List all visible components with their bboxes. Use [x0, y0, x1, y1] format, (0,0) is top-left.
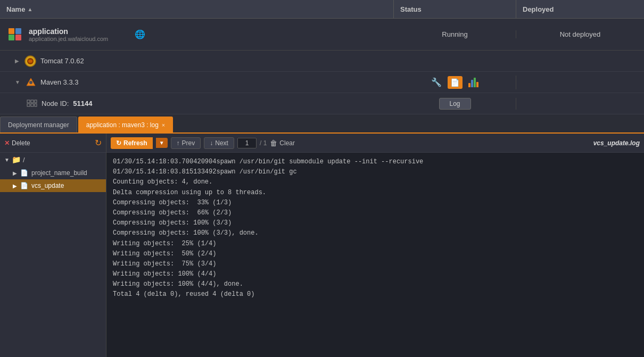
icon-sq-2 [15, 28, 21, 34]
tree-item-vcs[interactable]: ▶ 📄 vcs_update [0, 179, 106, 192]
log-line: 01/30/15.14:18:03.700420904spawn /usr/bi… [113, 157, 638, 167]
tomcat-row: ▶ Tomcat 7.0.62 [0, 51, 644, 72]
log-toolbar: ↻ Refresh ▼ ↑ Prev ↓ Next / 1 🗑 Clear vc… [106, 134, 644, 153]
tree-refresh-icon[interactable]: ↻ [95, 138, 102, 148]
app-name-cell: application application.jed.wafaicloud.c… [0, 22, 394, 47]
refresh-button[interactable]: ↻ Refresh [111, 137, 153, 149]
log-line: Writing objects: 50% (2/4) [113, 249, 638, 259]
chart-bar-4 [476, 82, 478, 87]
chart-icon[interactable] [466, 76, 482, 89]
node-id-value: 51144 [73, 99, 92, 107]
tree-root-item[interactable]: ▼ 📁 / [0, 153, 106, 167]
node-id-label: Node ID: [42, 99, 69, 107]
icon-sq-3 [9, 35, 14, 40]
svg-rect-10 [35, 104, 37, 106]
app-status-cell: Running [394, 30, 516, 38]
log-line: Compressing objects: 66% (2/3) [113, 208, 638, 218]
doc-icon[interactable]: 📄 [448, 76, 463, 89]
status-column-header: Status [394, 0, 516, 18]
log-filename-label: vcs_update.log [593, 139, 640, 147]
tree-toolbar: ✕ Delete ↻ [0, 134, 106, 153]
icon-sq-1 [9, 28, 14, 34]
log-line: Delta compression using up to 8 threads. [113, 188, 638, 198]
bottom-panel: ✕ Delete ↻ ▼ 📁 / ▶ 📄 project_name_build … [0, 134, 644, 357]
clear-icon: 🗑 [270, 139, 277, 147]
refresh-dropdown-button[interactable]: ▼ [156, 138, 168, 148]
svg-rect-8 [27, 104, 30, 106]
svg-rect-9 [31, 104, 34, 106]
tab-deployment-manager[interactable]: Deployment manager [0, 117, 77, 132]
app-title: application application.jed.wafaicloud.c… [29, 27, 108, 42]
tomcat-icon [24, 55, 36, 67]
maven-icon [26, 77, 36, 88]
chart-bar-1 [468, 83, 470, 87]
log-line: Compressing objects: 100% (3/3), done. [113, 228, 638, 238]
globe-icon[interactable]: 🌐 [135, 29, 145, 39]
file-icon-vcs: 📄 [20, 182, 28, 189]
node-tools-cell: Log [394, 98, 516, 110]
log-panel: ↻ Refresh ▼ ↑ Prev ↓ Next / 1 🗑 Clear vc… [106, 134, 644, 357]
delete-x-icon: ✕ [4, 139, 10, 147]
svg-rect-6 [31, 100, 34, 103]
next-arrow-icon: ↓ [210, 139, 213, 147]
tomcat-svg-icon [24, 55, 36, 67]
tomcat-name-cell: ▶ Tomcat 7.0.62 [0, 55, 394, 67]
log-line: Writing objects: 100% (4/4), done. [113, 279, 638, 289]
application-row: application application.jed.wafaicloud.c… [0, 19, 644, 51]
log-line: Writing objects: 100% (4/4) [113, 269, 638, 279]
tomcat-label: Tomcat 7.0.62 [40, 57, 84, 65]
log-line: Compressing objects: 33% (1/3) [113, 198, 638, 208]
maven-expand-arrow[interactable]: ▼ [15, 79, 20, 85]
log-content-area: 01/30/15.14:18:03.700420904spawn /usr/bi… [106, 153, 644, 357]
page-number-input[interactable] [237, 138, 257, 148]
app-icon [6, 26, 23, 43]
refresh-icon: ↻ [116, 139, 121, 147]
root-folder-icon: 📁 [12, 155, 21, 164]
tabs-bar: Deployment manager application : maven3 … [0, 114, 644, 134]
app-deployed-cell: Not deployed [516, 30, 644, 38]
chart-bar-3 [474, 78, 476, 87]
wrench-icon[interactable]: 🔧 [428, 76, 444, 89]
node-row: Node ID: 51144 Log [0, 93, 644, 114]
node-grid-icon [27, 99, 37, 108]
tab-application-log[interactable]: application : maven3 : log × [78, 117, 174, 132]
maven-tools-cell: 🔧 📄 [394, 76, 516, 89]
deployed-column-header: Deployed [516, 0, 644, 18]
svg-rect-5 [27, 100, 30, 103]
maven-name-cell: ▼ Maven 3.3.3 [0, 77, 394, 88]
app-name-label: application [29, 27, 108, 36]
tree-expand-arrow: ▼ [4, 157, 10, 163]
tomcat-expand-arrow[interactable]: ▶ [15, 58, 19, 64]
delete-button[interactable]: ✕ Delete [4, 139, 30, 147]
sort-arrow-icon: ▲ [27, 6, 32, 12]
name-column-header[interactable]: Name ▲ [0, 0, 394, 18]
prev-button[interactable]: ↑ Prev [171, 137, 201, 149]
prev-arrow-icon: ↑ [177, 139, 180, 147]
table-header: Name ▲ Status Deployed [0, 0, 644, 19]
log-button[interactable]: Log [439, 98, 471, 110]
log-line: Compressing objects: 100% (3/3) [113, 218, 638, 228]
tree-item-expand: ▶ [13, 170, 17, 176]
log-line: 01/30/15.14:18:03.815133492spawn /usr/bi… [113, 167, 638, 177]
clear-button[interactable]: 🗑 Clear [270, 139, 295, 147]
svg-point-4 [29, 81, 32, 84]
app-domain-label: application.jed.wafaicloud.com [29, 36, 108, 42]
log-line: Writing objects: 75% (3/4) [113, 259, 638, 269]
tab-close-icon[interactable]: × [162, 122, 165, 128]
tree-item-project[interactable]: ▶ 📄 project_name_build [0, 167, 106, 179]
log-line: Writing objects: 25% (1/4) [113, 239, 638, 249]
chart-bar-2 [471, 80, 473, 87]
next-button[interactable]: ↓ Next [204, 137, 234, 149]
maven-label: Maven 3.3.3 [40, 78, 79, 86]
node-name-cell: Node ID: 51144 [0, 99, 394, 108]
file-tree: ✕ Delete ↻ ▼ 📁 / ▶ 📄 project_name_build … [0, 134, 106, 357]
log-line: Total 4 (delta 0), reused 4 (delta 0) [113, 289, 638, 300]
icon-sq-4 [15, 35, 21, 40]
svg-rect-7 [35, 100, 37, 103]
tree-item-expand-2: ▶ [13, 183, 17, 189]
maven-row: ▼ Maven 3.3.3 🔧 📄 [0, 72, 644, 93]
page-total-label: / 1 [260, 139, 267, 147]
svg-point-2 [28, 60, 32, 63]
log-line: Counting objects: 4, done. [113, 177, 638, 187]
file-icon-project: 📄 [20, 169, 28, 177]
